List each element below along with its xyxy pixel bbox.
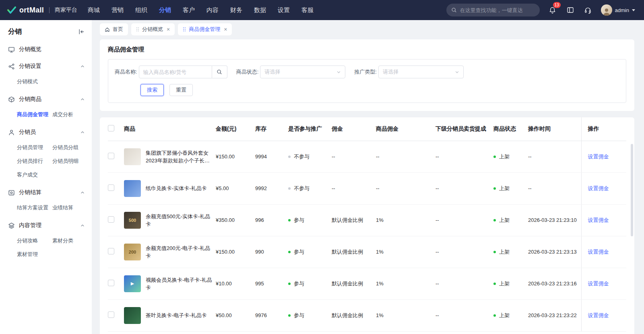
topnav-item-5[interactable]: 客户 bbox=[183, 6, 195, 14]
sidebar-item-3-1[interactable]: 分销员分组 bbox=[52, 141, 92, 154]
checkbox-cell bbox=[108, 172, 124, 204]
topnav-item-3[interactable]: 组织 bbox=[135, 6, 147, 14]
checkbox-cell bbox=[108, 141, 124, 172]
amount-cell: ¥10.00 bbox=[216, 268, 255, 299]
product-cell: ▶视频会员兑换卡-电子卡-礼品卡 bbox=[124, 268, 216, 299]
close-icon[interactable]: × bbox=[167, 27, 170, 32]
tab-3[interactable]: 商品佣金管理× bbox=[178, 23, 232, 35]
sidebar-item-2-1[interactable]: 成交分析 bbox=[52, 108, 92, 121]
notifications-button[interactable]: 13 bbox=[548, 5, 557, 15]
sidebar-item-3-4[interactable]: 客户成交 bbox=[17, 168, 52, 182]
column-header: 金额(元) bbox=[216, 117, 255, 141]
sidebar-item-1-0[interactable]: 分销模式 bbox=[17, 75, 52, 88]
workbench-button[interactable] bbox=[566, 5, 575, 15]
sidebar-header: 分销 bbox=[0, 20, 92, 41]
set-commission-link[interactable]: 设置佣金 bbox=[588, 281, 609, 287]
product-name-label: 商品名称: bbox=[115, 68, 137, 76]
sub-commission-cell: -- bbox=[436, 204, 493, 236]
set-commission-link[interactable]: 设置佣金 bbox=[588, 312, 609, 318]
sidebar-group-goods[interactable]: 分销商品 bbox=[0, 91, 92, 108]
sidebar-group-overview[interactable]: 分销概览 bbox=[0, 41, 92, 58]
page-title: 商品佣金管理 bbox=[108, 46, 626, 53]
status-dot bbox=[288, 219, 291, 221]
stock-cell: 990 bbox=[255, 236, 288, 268]
product-cell: 500余额充值500元-实体卡-礼品卡 bbox=[124, 204, 216, 236]
action-cell: 设置佣金 bbox=[581, 236, 626, 268]
promo-type-select[interactable]: 请选择 bbox=[378, 66, 464, 78]
sidebar-item-3-2[interactable]: 分销员排行 bbox=[17, 154, 52, 168]
stock-cell: 9994 bbox=[255, 141, 288, 172]
row-checkbox[interactable] bbox=[108, 153, 114, 159]
sidebar-item-3-3[interactable]: 分销员明细 bbox=[52, 154, 92, 168]
sidebar-item-4-0[interactable]: 结算方案设置 bbox=[17, 201, 52, 215]
amount-cell: ¥50.00 bbox=[216, 299, 255, 331]
search-button[interactable]: 搜索 bbox=[140, 84, 164, 96]
user-menu[interactable]: admin bbox=[601, 4, 635, 16]
topnav-item-4[interactable]: 分销 bbox=[159, 6, 171, 14]
table-row: 500余额充值500元-实体卡-礼品卡¥350.00996参与默认佣金比例1%-… bbox=[108, 204, 626, 236]
row-checkbox[interactable] bbox=[108, 311, 114, 318]
row-checkbox[interactable] bbox=[108, 184, 114, 191]
tab-1[interactable]: 首页 bbox=[100, 23, 128, 35]
topnav-item-6[interactable]: 内容 bbox=[206, 6, 219, 14]
tab-label: 商品佣金管理 bbox=[189, 26, 220, 33]
promote-label: 不参与 bbox=[294, 154, 310, 160]
top-navigation: 商城营销组织分销客户内容财务数据设置客服 bbox=[88, 6, 314, 14]
select-all-checkbox[interactable] bbox=[108, 125, 114, 131]
commission-cell: -- bbox=[332, 141, 376, 172]
product-status-select[interactable]: 请选择 bbox=[260, 66, 345, 78]
tab-bar: 首页分销概览×商品佣金管理× bbox=[92, 20, 644, 39]
topnav-item-1[interactable]: 商城 bbox=[88, 6, 100, 14]
row-checkbox[interactable] bbox=[108, 216, 114, 223]
sidebar-group-settle[interactable]: 分销结算 bbox=[0, 184, 92, 201]
customer-service-button[interactable] bbox=[583, 5, 593, 15]
sidebar-group-member[interactable]: 分销员 bbox=[0, 124, 92, 141]
filter-actions: 搜索 重置 bbox=[115, 84, 619, 96]
username: admin bbox=[615, 7, 629, 13]
commission-cell: 默认佣金比例 bbox=[332, 204, 376, 236]
promote-cell: 参与 bbox=[288, 299, 332, 331]
topnav-item-8[interactable]: 数据 bbox=[254, 6, 266, 14]
chevron-down-icon bbox=[455, 70, 459, 74]
filter-panel: 商品名称: 商品状态: 请选 bbox=[108, 59, 626, 103]
topnav-item-10[interactable]: 客服 bbox=[301, 6, 314, 14]
sidebar-group-content[interactable]: 内容管理 bbox=[0, 217, 92, 234]
row-checkbox[interactable] bbox=[108, 248, 114, 254]
promote-label: 参与 bbox=[294, 312, 304, 318]
close-icon[interactable]: × bbox=[224, 27, 227, 32]
page-header-card: 商品佣金管理 商品名称: bbox=[100, 39, 634, 111]
table-scrollbar[interactable] bbox=[631, 144, 633, 236]
topnav-item-2[interactable]: 营销 bbox=[111, 6, 124, 14]
action-cell: 设置佣金 bbox=[581, 299, 626, 331]
sidebar-item-5-0[interactable]: 分销攻略 bbox=[17, 234, 52, 248]
status-dot bbox=[288, 187, 291, 190]
search-icon-button[interactable] bbox=[212, 66, 227, 78]
global-search[interactable] bbox=[446, 4, 540, 16]
table-row: ▶视频会员兑换卡-电子卡-礼品卡¥10.00995参与默认佣金比例1%--上架2… bbox=[108, 268, 626, 299]
product-commission-cell: -- bbox=[376, 141, 436, 172]
sidebar-item-5-2[interactable]: 素材管理 bbox=[17, 248, 52, 261]
product-thumbnail bbox=[124, 148, 141, 165]
sidebar-title: 分销 bbox=[8, 27, 22, 36]
row-checkbox[interactable] bbox=[108, 280, 114, 286]
sidebar-item-2-0[interactable]: 商品佣金管理 bbox=[17, 108, 52, 121]
commission-cell: 默认佣金比例 bbox=[332, 268, 376, 299]
global-search-input[interactable] bbox=[460, 7, 535, 13]
reset-button[interactable]: 重置 bbox=[169, 84, 193, 96]
set-commission-link[interactable]: 设置佣金 bbox=[588, 154, 609, 160]
product: 茶叶兑换卡-电子卡-礼品卡 bbox=[124, 307, 213, 324]
product-name-input[interactable] bbox=[139, 66, 212, 78]
set-commission-link[interactable]: 设置佣金 bbox=[588, 217, 609, 223]
set-commission-link[interactable]: 设置佣金 bbox=[588, 249, 609, 255]
sidebar-item-4-1[interactable]: 业绩结算 bbox=[52, 201, 92, 215]
sidebar-collapse-button[interactable] bbox=[78, 29, 85, 35]
sidebar-item-5-1[interactable]: 素材分类 bbox=[52, 234, 92, 248]
topnav-item-9[interactable]: 设置 bbox=[278, 6, 290, 14]
filter-product-status: 商品状态: 请选择 bbox=[236, 66, 346, 78]
brand-logo-icon bbox=[7, 6, 16, 14]
sidebar-group-share[interactable]: 分销设置 bbox=[0, 58, 92, 75]
set-commission-link[interactable]: 设置佣金 bbox=[588, 185, 609, 191]
tab-2[interactable]: 分销概览× bbox=[131, 23, 175, 35]
topnav-item-7[interactable]: 财务 bbox=[230, 6, 242, 14]
sidebar-item-3-0[interactable]: 分销员管理 bbox=[17, 141, 52, 154]
